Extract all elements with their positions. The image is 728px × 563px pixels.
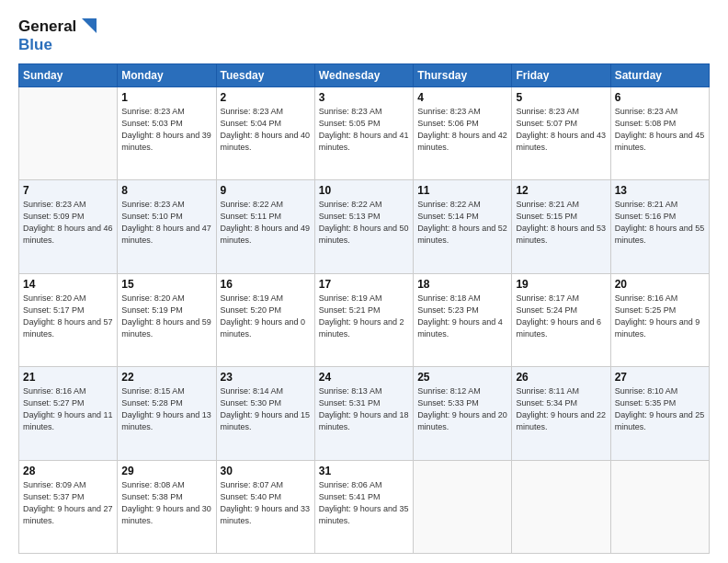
day-number: 30 (221, 465, 311, 477)
day-info: Sunrise: 8:22 AMSunset: 5:11 PMDaylight:… (221, 199, 311, 247)
weekday-header-wednesday: Wednesday (314, 63, 413, 86)
day-number: 3 (319, 91, 409, 104)
day-number: 28 (23, 465, 113, 477)
day-number: 16 (221, 278, 311, 291)
day-info: Sunrise: 8:09 AMSunset: 5:37 PMDaylight:… (23, 479, 113, 527)
day-info: Sunrise: 8:06 AMSunset: 5:41 PMDaylight:… (319, 479, 409, 527)
day-info: Sunrise: 8:21 AMSunset: 5:16 PMDaylight:… (615, 199, 705, 247)
page: General Blue SundayMondayTuesdayWednesda… (0, 0, 728, 563)
day-number: 19 (516, 278, 606, 291)
calendar-cell: 20Sunrise: 8:16 AMSunset: 5:25 PMDayligh… (610, 273, 709, 366)
day-info: Sunrise: 8:23 AMSunset: 5:06 PMDaylight:… (417, 106, 507, 154)
day-info: Sunrise: 8:23 AMSunset: 5:03 PMDaylight:… (121, 106, 211, 154)
day-number: 7 (23, 184, 113, 197)
calendar-cell: 19Sunrise: 8:17 AMSunset: 5:24 PMDayligh… (512, 273, 610, 366)
day-info: Sunrise: 8:14 AMSunset: 5:30 PMDaylight:… (221, 385, 311, 433)
day-info: Sunrise: 8:15 AMSunset: 5:28 PMDaylight:… (121, 385, 211, 433)
day-info: Sunrise: 8:10 AMSunset: 5:35 PMDaylight:… (615, 385, 705, 433)
calendar-cell: 18Sunrise: 8:18 AMSunset: 5:23 PMDayligh… (414, 273, 512, 366)
day-number: 9 (221, 184, 311, 197)
calendar-cell: 27Sunrise: 8:10 AMSunset: 5:35 PMDayligh… (610, 367, 709, 460)
day-info: Sunrise: 8:13 AMSunset: 5:31 PMDaylight:… (319, 385, 409, 433)
day-info: Sunrise: 8:11 AMSunset: 5:34 PMDaylight:… (516, 385, 606, 433)
day-number: 21 (23, 371, 113, 384)
weekday-header-row: SundayMondayTuesdayWednesdayThursdayFrid… (19, 63, 710, 86)
calendar-week-3: 14Sunrise: 8:20 AMSunset: 5:17 PMDayligh… (19, 273, 710, 366)
logo-chevron-icon (78, 17, 98, 37)
calendar-cell (414, 460, 512, 554)
header: General Blue (18, 17, 710, 54)
day-info: Sunrise: 8:23 AMSunset: 5:04 PMDaylight:… (221, 106, 311, 154)
calendar-cell: 17Sunrise: 8:19 AMSunset: 5:21 PMDayligh… (314, 273, 413, 366)
day-number: 2 (221, 91, 311, 104)
day-info: Sunrise: 8:12 AMSunset: 5:33 PMDaylight:… (417, 385, 507, 433)
day-number: 12 (516, 184, 606, 197)
calendar-cell: 28Sunrise: 8:09 AMSunset: 5:37 PMDayligh… (19, 460, 118, 554)
day-number: 8 (121, 184, 211, 197)
day-info: Sunrise: 8:19 AMSunset: 5:21 PMDaylight:… (319, 293, 409, 340)
day-number: 27 (615, 371, 705, 384)
day-info: Sunrise: 8:23 AMSunset: 5:10 PMDaylight:… (121, 199, 211, 247)
calendar-cell: 7Sunrise: 8:23 AMSunset: 5:09 PMDaylight… (19, 180, 118, 273)
calendar-cell: 24Sunrise: 8:13 AMSunset: 5:31 PMDayligh… (314, 367, 413, 460)
calendar-cell: 26Sunrise: 8:11 AMSunset: 5:34 PMDayligh… (512, 367, 610, 460)
calendar-cell (610, 460, 709, 554)
weekday-header-friday: Friday (512, 63, 610, 86)
day-number: 25 (417, 371, 507, 384)
day-number: 20 (615, 278, 705, 291)
calendar-cell (512, 460, 610, 554)
calendar-cell: 30Sunrise: 8:07 AMSunset: 5:40 PMDayligh… (216, 460, 314, 554)
weekday-header-sunday: Sunday (19, 63, 118, 86)
calendar-cell: 13Sunrise: 8:21 AMSunset: 5:16 PMDayligh… (610, 180, 709, 273)
calendar-cell: 25Sunrise: 8:12 AMSunset: 5:33 PMDayligh… (414, 367, 512, 460)
day-info: Sunrise: 8:07 AMSunset: 5:40 PMDaylight:… (221, 479, 311, 527)
weekday-header-tuesday: Tuesday (216, 63, 314, 86)
calendar-cell: 8Sunrise: 8:23 AMSunset: 5:10 PMDaylight… (118, 180, 216, 273)
day-number: 13 (615, 184, 705, 197)
calendar-cell: 14Sunrise: 8:20 AMSunset: 5:17 PMDayligh… (19, 273, 118, 366)
day-info: Sunrise: 8:20 AMSunset: 5:19 PMDaylight:… (121, 293, 211, 340)
weekday-header-thursday: Thursday (414, 63, 512, 86)
calendar-cell: 4Sunrise: 8:23 AMSunset: 5:06 PMDaylight… (414, 86, 512, 179)
day-number: 31 (319, 465, 409, 477)
day-number: 1 (121, 91, 211, 104)
svg-marker-0 (82, 18, 97, 33)
calendar-cell: 2Sunrise: 8:23 AMSunset: 5:04 PMDaylight… (216, 86, 314, 179)
day-number: 22 (121, 371, 211, 384)
day-number: 5 (516, 91, 606, 104)
day-info: Sunrise: 8:16 AMSunset: 5:27 PMDaylight:… (23, 385, 113, 433)
day-number: 4 (417, 91, 507, 104)
day-number: 14 (23, 278, 113, 291)
calendar-week-1: 1Sunrise: 8:23 AMSunset: 5:03 PMDaylight… (19, 86, 710, 179)
day-number: 29 (121, 465, 211, 477)
day-info: Sunrise: 8:17 AMSunset: 5:24 PMDaylight:… (516, 293, 606, 340)
day-info: Sunrise: 8:19 AMSunset: 5:20 PMDaylight:… (221, 293, 311, 340)
weekday-header-monday: Monday (118, 63, 216, 86)
calendar-cell: 31Sunrise: 8:06 AMSunset: 5:41 PMDayligh… (314, 460, 413, 554)
day-info: Sunrise: 8:16 AMSunset: 5:25 PMDaylight:… (615, 293, 705, 340)
logo-text: General Blue (18, 17, 98, 54)
calendar-cell: 15Sunrise: 8:20 AMSunset: 5:19 PMDayligh… (118, 273, 216, 366)
calendar-cell: 29Sunrise: 8:08 AMSunset: 5:38 PMDayligh… (118, 460, 216, 554)
calendar-week-2: 7Sunrise: 8:23 AMSunset: 5:09 PMDaylight… (19, 180, 710, 273)
calendar-cell: 12Sunrise: 8:21 AMSunset: 5:15 PMDayligh… (512, 180, 610, 273)
calendar-week-5: 28Sunrise: 8:09 AMSunset: 5:37 PMDayligh… (19, 460, 710, 554)
day-info: Sunrise: 8:23 AMSunset: 5:09 PMDaylight:… (23, 199, 113, 247)
day-number: 18 (417, 278, 507, 291)
logo-blue-text: Blue (18, 37, 98, 54)
day-info: Sunrise: 8:22 AMSunset: 5:14 PMDaylight:… (417, 199, 507, 247)
day-info: Sunrise: 8:20 AMSunset: 5:17 PMDaylight:… (23, 293, 113, 340)
calendar-cell: 23Sunrise: 8:14 AMSunset: 5:30 PMDayligh… (216, 367, 314, 460)
day-number: 11 (417, 184, 507, 197)
day-number: 10 (319, 184, 409, 197)
calendar-week-4: 21Sunrise: 8:16 AMSunset: 5:27 PMDayligh… (19, 367, 710, 460)
day-info: Sunrise: 8:23 AMSunset: 5:07 PMDaylight:… (516, 106, 606, 154)
calendar-cell: 21Sunrise: 8:16 AMSunset: 5:27 PMDayligh… (19, 367, 118, 460)
calendar-cell: 16Sunrise: 8:19 AMSunset: 5:20 PMDayligh… (216, 273, 314, 366)
day-info: Sunrise: 8:21 AMSunset: 5:15 PMDaylight:… (516, 199, 606, 247)
calendar-table: SundayMondayTuesdayWednesdayThursdayFrid… (18, 63, 710, 554)
day-info: Sunrise: 8:23 AMSunset: 5:05 PMDaylight:… (319, 106, 409, 154)
calendar-cell: 6Sunrise: 8:23 AMSunset: 5:08 PMDaylight… (610, 86, 709, 179)
calendar-cell: 3Sunrise: 8:23 AMSunset: 5:05 PMDaylight… (314, 86, 413, 179)
calendar-cell: 1Sunrise: 8:23 AMSunset: 5:03 PMDaylight… (118, 86, 216, 179)
